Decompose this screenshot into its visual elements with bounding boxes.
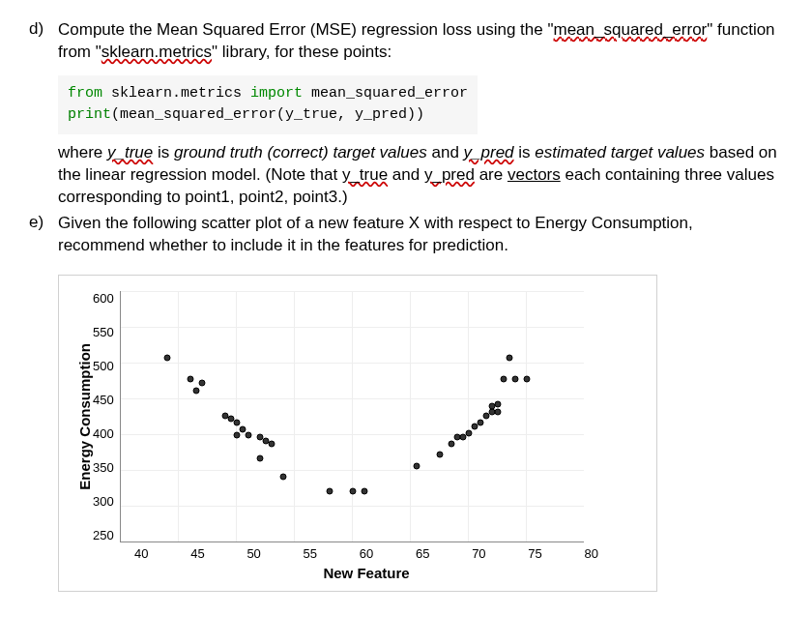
dc-t6: and [388, 165, 424, 184]
scatter-point [256, 455, 263, 462]
scatter-point [268, 441, 275, 448]
ytrue2-ref: y_true [342, 165, 388, 184]
code-func: mean_squared_error [303, 85, 468, 102]
dc-t3: and [427, 143, 464, 161]
x-axis-label: New Feature [134, 565, 598, 581]
scatter-point [163, 355, 170, 362]
scatter-chart: Energy Consumption 600550500450400350300… [58, 275, 657, 592]
y-tick: 600 [93, 291, 114, 306]
sklearn-lib-ref: sklearn.metrics [102, 43, 212, 61]
ypred-ref: y_pred [464, 143, 514, 161]
ytrue-ref: y_true [107, 143, 153, 161]
scatter-point [448, 441, 454, 448]
x-tick: 75 [528, 546, 541, 561]
scatter-point [494, 408, 501, 415]
code-line-1: from sklearn.metrics import mean_squared… [68, 83, 468, 105]
scatter-point [198, 380, 205, 387]
scatter-point [326, 487, 333, 494]
scatter-point [233, 431, 240, 438]
kw-import: import [250, 85, 303, 102]
mse-func-ref: mean_squared_error [554, 20, 708, 39]
x-tick: 40 [134, 546, 148, 561]
scatter-point [245, 431, 251, 438]
plot-area [120, 291, 584, 542]
code-call: (mean_squared_error(y_true, y_pred)) [111, 106, 424, 123]
scatter-point [523, 376, 530, 383]
xaxis-spacer [71, 542, 134, 561]
y-tick: 350 [93, 460, 114, 475]
dc-t7: are [475, 165, 508, 184]
scatter-point [349, 487, 356, 494]
x-tick: 45 [190, 546, 204, 561]
scatter-point [192, 387, 199, 394]
y-tick: 500 [93, 359, 114, 373]
chart-inner: Energy Consumption 600550500450400350300… [71, 291, 635, 542]
q-d-prefix: Compute the Mean Squared Error (MSE) reg… [58, 20, 554, 39]
x-tick: 65 [416, 546, 429, 561]
scatter-point [413, 462, 420, 469]
scatter-point [511, 376, 518, 383]
x-tick: 70 [472, 546, 485, 561]
q-d-suffix: " library, for these points: [212, 43, 392, 61]
code-module: sklearn.metrics [102, 85, 250, 102]
question-d-text: Compute the Mean Squared Error (MSE) reg… [58, 19, 783, 64]
scatter-point [233, 420, 240, 426]
estimated-desc: estimated target values [535, 143, 705, 161]
dc-t1: where [58, 143, 107, 161]
scatter-point [465, 430, 472, 437]
dc-t4: is [514, 143, 536, 161]
y-tick: 250 [93, 528, 114, 542]
dc-t2: is [153, 143, 174, 161]
y-axis-label: Energy Consumption [71, 343, 93, 490]
x-tick: 80 [585, 546, 598, 561]
scatter-point [436, 452, 443, 458]
vectors-ref: vectors [508, 165, 561, 184]
x-axis-row: 404550556065707580 [71, 542, 635, 561]
kw-from: from [68, 85, 102, 102]
scatter-point [500, 376, 507, 383]
question-e: e) Given the following scatter plot of a… [29, 213, 783, 257]
y-tick: 300 [93, 494, 114, 509]
x-axis-ticks: 404550556065707580 [134, 542, 598, 561]
code-line-2: print(mean_squared_error(y_true, y_pred)… [68, 104, 468, 127]
x-tick: 50 [246, 546, 260, 561]
y-axis-ticks: 600550500450400350300250 [93, 291, 120, 542]
kw-print: print [68, 106, 111, 123]
x-tick: 55 [304, 546, 317, 561]
y-tick: 400 [93, 426, 114, 441]
code-snippet: from sklearn.metrics import mean_squared… [58, 75, 478, 134]
scatter-point [506, 355, 512, 362]
question-d: d) Compute the Mean Squared Error (MSE) … [29, 19, 783, 64]
y-tick: 450 [93, 393, 114, 407]
scatter-point [279, 473, 286, 480]
scatter-point [477, 420, 483, 426]
scatter-point [361, 487, 367, 494]
x-tick: 60 [360, 546, 373, 561]
scatter-point [494, 401, 501, 408]
question-e-text: Given the following scatter plot of a ne… [58, 213, 783, 257]
ypred2-ref: y_pred [424, 165, 475, 184]
ground-truth-desc: ground truth (correct) target values [174, 143, 427, 161]
scatter-point [187, 376, 193, 383]
question-d-continuation: where y_true is ground truth (correct) t… [58, 142, 783, 209]
question-e-letter: e) [29, 213, 58, 257]
y-tick: 550 [93, 325, 114, 339]
question-d-letter: d) [29, 19, 58, 64]
